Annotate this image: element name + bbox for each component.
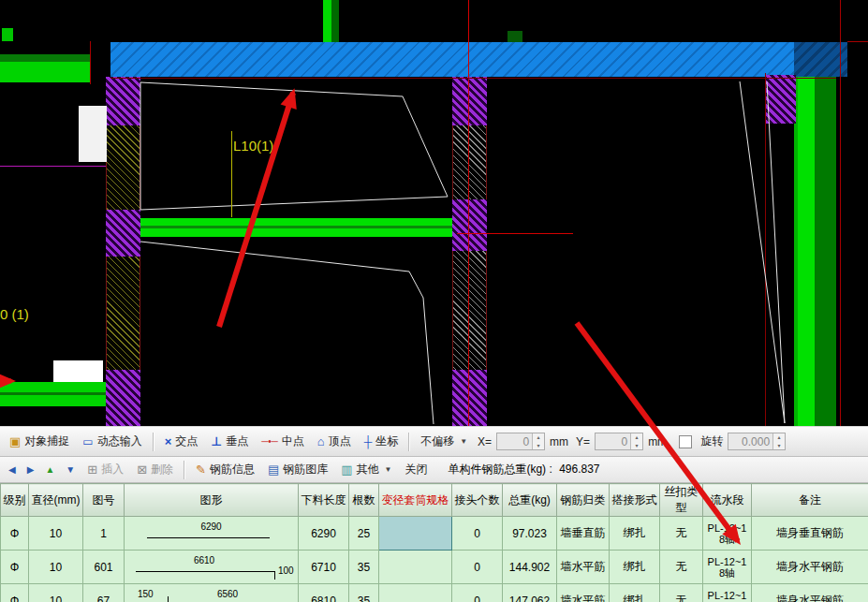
cell-level[interactable]: Φ: [1, 551, 29, 584]
cell-weight[interactable]: 147.062: [503, 584, 557, 602]
intersection-label: 交点: [175, 433, 198, 449]
midpoint-snap-button[interactable]: ─•─ 中点: [256, 431, 310, 452]
spin-up-icon[interactable]: ▴: [773, 433, 785, 442]
vertex-snap-button[interactable]: ⌂ 顶点: [312, 431, 357, 452]
cell-remark[interactable]: 墙身垂直钢筋: [752, 517, 868, 551]
dynamic-input-button[interactable]: ▭ 动态输入: [77, 431, 147, 452]
cell-sleeve[interactable]: [379, 584, 452, 602]
cell-thread[interactable]: 无: [660, 584, 703, 602]
cell-sleeve[interactable]: [379, 551, 452, 584]
spin-down-icon[interactable]: ▾: [773, 442, 785, 450]
offset-mode-dropdown[interactable]: 不偏移 ▼: [415, 431, 473, 452]
cell-flow[interactable]: PL-12~1 8轴: [703, 517, 752, 551]
cell-fig-no[interactable]: 1: [83, 517, 125, 551]
rebar-label-l10[interactable]: L10(1): [233, 138, 273, 154]
cell-remark[interactable]: 墙身水平钢筋: [752, 584, 868, 602]
cell-category[interactable]: 墙水平筋: [557, 551, 610, 584]
shape-line: [147, 537, 270, 538]
rotate-value: 0.000: [728, 433, 772, 449]
rotate-checkbox[interactable]: [679, 435, 692, 448]
spin-down-icon[interactable]: ▾: [533, 442, 544, 450]
cell-thread[interactable]: 无: [660, 517, 703, 551]
x-input[interactable]: 0 ▴ ▾: [496, 433, 545, 450]
cad-canvas[interactable]: L10(1) 0 (1): [0, 0, 868, 426]
cell-fig-no[interactable]: 67: [83, 584, 125, 602]
cell-level[interactable]: Φ: [1, 517, 29, 551]
table-row: Φ 10 1 6290 6290 25 0 97.023 墙垂直筋 绑扎 无 P…: [1, 517, 868, 551]
nav-up-button[interactable]: ▲: [40, 463, 59, 477]
col-category: 钢筋归类: [557, 484, 610, 517]
y-spinner[interactable]: ▴ ▾: [630, 433, 642, 449]
cell-diameter[interactable]: 10: [29, 584, 83, 602]
cell-shape[interactable]: 150 6560 100: [125, 584, 299, 602]
dynamic-input-icon: ▭: [82, 436, 93, 448]
cell-level[interactable]: Φ: [1, 584, 29, 602]
spin-up-icon[interactable]: ▴: [631, 433, 642, 442]
spin-down-icon[interactable]: ▾: [631, 442, 642, 450]
cell-fig-no[interactable]: 601: [83, 551, 125, 584]
toolbar-separator: [184, 461, 185, 479]
cell-lap[interactable]: 绑扎: [610, 517, 660, 551]
cell-lap[interactable]: 绑扎: [610, 584, 660, 602]
y-input[interactable]: 0 ▴ ▾: [595, 433, 643, 450]
cell-length[interactable]: 6710: [299, 551, 349, 584]
cell-length[interactable]: 6290: [299, 517, 349, 551]
col-remark: 备注: [752, 484, 868, 517]
rebar-library-button[interactable]: ▤ 钢筋图库: [262, 459, 333, 480]
chevron-down-icon: ▼: [385, 466, 392, 474]
other-dropdown-button[interactable]: ▥ 其他 ▼: [335, 459, 397, 480]
nav-first-button[interactable]: ◀: [4, 463, 21, 477]
cell-count[interactable]: 35: [349, 584, 379, 602]
other-icon: ▥: [341, 463, 352, 476]
cell-shape[interactable]: 6610 100: [125, 551, 299, 584]
selected-cell[interactable]: [379, 517, 452, 551]
slab-outlines: [0, 0, 868, 426]
cell-thread[interactable]: 无: [660, 551, 703, 584]
x-spinner[interactable]: ▴ ▾: [532, 433, 544, 449]
rotate-spinner[interactable]: ▴ ▾: [772, 433, 785, 449]
spin-up-icon[interactable]: ▴: [533, 433, 544, 442]
cell-length[interactable]: 6810: [299, 584, 349, 602]
nav-last-button[interactable]: ▶: [22, 463, 39, 477]
shape-dim-left: 150: [138, 589, 154, 599]
col-sleeve: 变径套筒规格: [379, 484, 452, 517]
object-snap-button[interactable]: ▣ 对象捕捉: [4, 431, 75, 452]
rebar-table: 级别 直径(mm) 图号 图形 下料长度 根数 变径套筒规格 接头个数 总重(k…: [0, 483, 868, 602]
cell-weight[interactable]: 144.902: [503, 551, 557, 584]
cell-shape[interactable]: 6290: [125, 517, 299, 551]
col-flow: 流水段: [703, 484, 752, 517]
mm-label: mm: [550, 435, 568, 448]
close-button[interactable]: 关闭: [399, 459, 433, 480]
perpendicular-snap-button[interactable]: ⊥ 垂点: [205, 431, 254, 452]
cell-joints[interactable]: 0: [452, 517, 503, 551]
coordinate-snap-button[interactable]: ┼ 坐标: [359, 431, 405, 452]
cell-category[interactable]: 墙水平筋: [557, 584, 610, 602]
insert-row-button[interactable]: ⊞ 插入: [81, 459, 129, 480]
cell-count[interactable]: 35: [349, 551, 379, 584]
cell-remark[interactable]: 墙身水平钢筋: [752, 551, 868, 584]
nav-down-button[interactable]: ▼: [61, 463, 80, 477]
shape-dim-mid: 6610: [134, 555, 274, 565]
cell-flow[interactable]: PL-12~1 8轴: [703, 551, 752, 584]
cell-joints[interactable]: 0: [452, 584, 503, 602]
perpendicular-label: 垂点: [226, 433, 248, 449]
mm-label: mm: [648, 435, 667, 448]
rotate-input[interactable]: 0.000 ▴ ▾: [728, 433, 786, 450]
cell-flow[interactable]: PL-12~1 8轴: [703, 584, 752, 602]
cell-weight[interactable]: 97.023: [503, 517, 557, 551]
shape-straight: 6290: [125, 517, 298, 550]
intersection-snap-button[interactable]: × 交点: [159, 431, 204, 452]
coordinate-label: 坐标: [375, 433, 398, 449]
rebar-label-partial[interactable]: 0 (1): [0, 306, 29, 322]
cell-diameter[interactable]: 10: [29, 551, 83, 584]
delete-row-button[interactable]: ⊠ 删除: [131, 459, 179, 480]
cell-lap[interactable]: 绑扎: [610, 551, 660, 584]
shape-line: [136, 571, 274, 572]
shape-hook-right: 6610 100: [125, 551, 298, 583]
cell-diameter[interactable]: 10: [29, 517, 83, 551]
rebar-info-button[interactable]: ✎ 钢筋信息: [190, 459, 260, 480]
col-level: 级别: [1, 484, 29, 517]
cell-joints[interactable]: 0: [452, 551, 503, 584]
cell-count[interactable]: 25: [349, 517, 379, 551]
cell-category[interactable]: 墙垂直筋: [557, 517, 610, 551]
